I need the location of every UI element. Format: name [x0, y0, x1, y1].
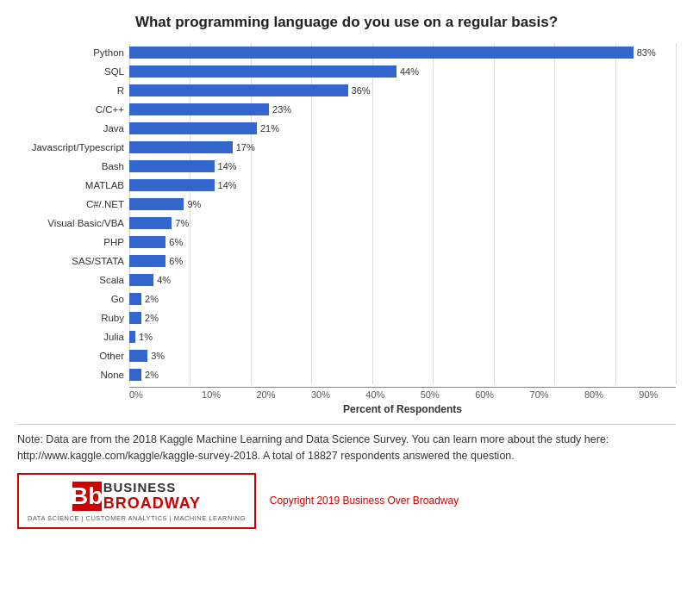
bar	[129, 103, 269, 115]
x-tick: 20%	[239, 389, 293, 400]
x-tick: 0%	[129, 389, 184, 400]
bar-value-label: 83%	[637, 47, 656, 58]
x-axis-label: Percent of Respondents	[129, 403, 676, 415]
bar	[129, 160, 215, 172]
bar-row: 17%	[129, 138, 676, 157]
bar-value-label: 2%	[145, 313, 159, 323]
bar	[129, 312, 141, 324]
bar-value-label: 36%	[352, 85, 371, 96]
y-label: Javascript/Typescript	[32, 138, 124, 157]
y-label: None	[101, 365, 125, 384]
note-area: Note: Data are from the 2018 Kaggle Mach…	[17, 424, 676, 464]
bar	[129, 350, 147, 362]
bar-row: 2%	[129, 365, 676, 384]
bar-row: 6%	[129, 252, 676, 271]
logo-box: Bb BUSINESS BROADWAY DATA SCIENCE | CUST…	[17, 473, 256, 529]
bar	[129, 198, 184, 210]
bar	[129, 141, 233, 153]
x-tick: 30%	[293, 389, 347, 400]
bar	[129, 47, 634, 59]
y-label: Visual Basic/VBA	[47, 214, 124, 233]
bar-value-label: 4%	[157, 275, 171, 285]
bar-value-label: 6%	[169, 256, 183, 266]
bar	[129, 274, 153, 286]
bar	[129, 84, 348, 96]
bar-row: 21%	[129, 119, 676, 138]
logo-b-icon: Bb	[72, 482, 102, 511]
bar	[129, 331, 135, 343]
bar	[129, 369, 141, 381]
bar-row: 4%	[129, 271, 676, 289]
bar-row: 23%	[129, 100, 676, 119]
x-tick: 90%	[621, 389, 676, 400]
logo-tagline: DATA SCIENCE | CUSTOMER ANALYTICS | MACH…	[28, 514, 246, 522]
bar-row: 1%	[129, 327, 676, 346]
y-label: MATLAB	[85, 176, 124, 195]
bar-value-label: 14%	[218, 180, 237, 190]
y-label: Python	[93, 43, 124, 62]
bar-row: 9%	[129, 195, 676, 214]
y-label: Java	[103, 119, 124, 138]
x-tick: 40%	[348, 389, 403, 400]
bar-value-label: 9%	[187, 199, 201, 209]
bar-row: 36%	[129, 81, 676, 100]
x-tick: 10%	[184, 389, 238, 400]
bar	[129, 236, 165, 248]
logo-business: BUSINESS	[103, 480, 201, 495]
y-label: SQL	[104, 62, 124, 81]
bar-row: 2%	[129, 308, 676, 327]
bar-value-label: 23%	[272, 104, 291, 115]
y-label: Ruby	[101, 308, 124, 327]
x-axis	[129, 387, 676, 388]
bar	[129, 122, 257, 134]
bar	[129, 65, 396, 78]
y-label: Scala	[99, 271, 124, 289]
bar-row: 44%	[129, 62, 676, 81]
bar-value-label: 44%	[400, 66, 419, 77]
bar-row: 3%	[129, 346, 676, 365]
y-label: Go	[111, 289, 124, 308]
chart-title: What programming language do you use on …	[17, 14, 676, 31]
bar-row: 14%	[129, 157, 676, 176]
bar-row: 14%	[129, 176, 676, 195]
bar	[129, 293, 141, 305]
copyright: Copyright 2019 Business Over Broadway	[270, 495, 459, 507]
y-label: SAS/STATA	[72, 252, 124, 271]
footer: Bb BUSINESS BROADWAY DATA SCIENCE | CUST…	[17, 473, 676, 529]
bar-row: 6%	[129, 233, 676, 252]
bar-value-label: 6%	[169, 237, 183, 247]
bar-value-label: 2%	[145, 370, 159, 380]
bar-value-label: 1%	[139, 332, 153, 342]
y-label: R	[117, 81, 124, 100]
bar	[129, 217, 172, 229]
bar-value-label: 14%	[218, 161, 237, 171]
logo-bb: Bb BUSINESS BROADWAY	[72, 480, 201, 513]
bar-value-label: 21%	[260, 123, 279, 134]
x-ticks: 0%10%20%30%40%50%60%70%80%90%	[129, 389, 676, 400]
bar-value-label: 7%	[175, 218, 189, 228]
bar-row: 83%	[129, 43, 676, 62]
x-tick: 80%	[566, 389, 621, 400]
bar-row: 2%	[129, 289, 676, 308]
bar	[129, 179, 215, 191]
x-tick: 50%	[403, 389, 457, 400]
y-labels: PythonSQLRC/C++JavaJavascript/Typescript…	[17, 43, 129, 415]
y-label: Julia	[103, 327, 124, 346]
chart-area: PythonSQLRC/C++JavaJavascript/Typescript…	[17, 43, 676, 415]
x-tick: 60%	[457, 389, 511, 400]
bars-area: 83%44%36%23%21%17%14%14%9%7%6%6%4%2%2%1%…	[129, 43, 676, 384]
bar-row: 7%	[129, 214, 676, 233]
y-label: C/C++	[96, 100, 124, 119]
logo-text: BUSINESS BROADWAY	[103, 480, 201, 513]
y-label: Other	[99, 346, 124, 365]
y-label: PHP	[103, 233, 124, 252]
y-label: C#/.NET	[86, 195, 124, 214]
y-label: Bash	[102, 157, 124, 176]
logo-broadway: BROADWAY	[103, 495, 201, 513]
bar-value-label: 2%	[145, 294, 159, 304]
x-tick: 70%	[512, 389, 566, 400]
bars-wrapper: 83%44%36%23%21%17%14%14%9%7%6%6%4%2%2%1%…	[129, 43, 676, 415]
bar-value-label: 3%	[151, 351, 165, 361]
bar-value-label: 17%	[236, 142, 255, 152]
bar	[129, 255, 165, 267]
